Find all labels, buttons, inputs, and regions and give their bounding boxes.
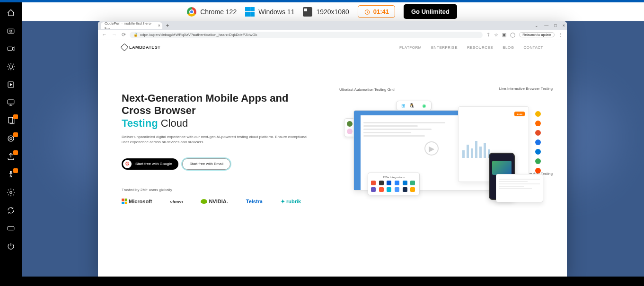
nav-enterprise[interactable]: ENTERPRISE bbox=[431, 45, 458, 50]
power-icon[interactable] bbox=[6, 242, 16, 251]
google-icon: G bbox=[123, 160, 132, 168]
video-icon[interactable] bbox=[6, 44, 16, 53]
minimize-icon[interactable]: — bbox=[544, 23, 548, 28]
logo-icon bbox=[121, 43, 129, 52]
mock-card bbox=[496, 174, 543, 202]
site-logo[interactable]: LAMBDATEST bbox=[122, 44, 160, 50]
tab-close-icon[interactable]: × bbox=[158, 23, 160, 28]
reload-icon[interactable]: ⟳ bbox=[122, 32, 126, 38]
start-google-button[interactable]: G Start free with Google bbox=[122, 158, 178, 170]
svg-rect-12 bbox=[8, 226, 14, 230]
svg-point-11 bbox=[10, 191, 12, 194]
browser-window: CodePen - mobile-first hero-s… × + ⌄ — □… bbox=[98, 21, 567, 277]
location-icon[interactable] bbox=[6, 134, 16, 143]
browser-icons-column bbox=[535, 111, 541, 173]
hero-section: Next-Generation Mobile Apps and Cross Br… bbox=[98, 54, 567, 205]
integrations-title: 120+ Integrations bbox=[371, 176, 416, 179]
brand-nvidia: NVIDIA. bbox=[201, 199, 228, 204]
hero-title-line1: Next-Generation Mobile Apps and Cross Br… bbox=[122, 92, 288, 116]
trusted-text: Trusted by 2M+ users globally bbox=[122, 188, 320, 192]
page-content: LAMBDATEST PLATFORM ENTERPRISE RESOURCES… bbox=[98, 40, 567, 277]
resolution-icon bbox=[303, 7, 312, 17]
brand-microsoft: Microsoft bbox=[122, 199, 152, 204]
browser-tabs-bar: CodePen - mobile-first hero-s… × + ⌄ — □… bbox=[98, 21, 567, 30]
menu-icon[interactable]: ⋮ bbox=[558, 32, 563, 37]
settings-icon[interactable] bbox=[6, 188, 16, 197]
microsoft-icon bbox=[122, 199, 127, 204]
url-text: cdpn.io/pen/debug/MWRqXzV?authentication… bbox=[140, 33, 257, 37]
top-toolbar: Chrome 122 Windows 11 1920x1080 01:41 Go… bbox=[0, 2, 644, 21]
mock-integrations: 120+ Integrations bbox=[368, 173, 420, 195]
profile-icon[interactable]: ◯ bbox=[510, 32, 515, 37]
dropdown-icon[interactable]: ⌄ bbox=[535, 23, 538, 28]
lock-icon: 🔒 bbox=[133, 33, 138, 37]
site-nav: LAMBDATEST PLATFORM ENTERPRISE RESOURCES… bbox=[98, 40, 567, 54]
forward-icon[interactable]: → bbox=[112, 32, 117, 38]
os-label: Windows 11 bbox=[258, 8, 294, 16]
nvidia-icon bbox=[201, 199, 207, 204]
start-email-button[interactable]: Start free with Email bbox=[182, 158, 230, 170]
extension-icon[interactable]: ▣ bbox=[502, 32, 506, 37]
bottom-bar bbox=[22, 277, 644, 286]
svg-rect-1 bbox=[8, 29, 14, 33]
nav-platform[interactable]: PLATFORM bbox=[399, 45, 422, 50]
monitor-icon[interactable] bbox=[6, 98, 16, 107]
rubrik-icon: ✦ bbox=[281, 199, 285, 205]
os-info: Windows 11 bbox=[245, 7, 294, 17]
go-unlimited-button[interactable]: Go Unlimited bbox=[404, 4, 457, 19]
timer-button[interactable]: 01:41 bbox=[358, 5, 395, 18]
logo-text: LAMBDATEST bbox=[129, 45, 160, 50]
stopwatch-icon bbox=[364, 9, 371, 15]
svg-rect-3 bbox=[8, 47, 12, 51]
nav-contact[interactable]: CONTACT bbox=[523, 45, 543, 50]
callout-automation: Ultrafast Automation Testing Grid bbox=[339, 87, 395, 92]
brand-telstra: Telstra bbox=[246, 199, 263, 204]
star-icon[interactable]: ☆ bbox=[494, 32, 498, 37]
browser-tab[interactable]: CodePen - mobile-first hero-s… × bbox=[101, 22, 162, 29]
svg-point-4 bbox=[9, 65, 13, 69]
files-icon[interactable] bbox=[6, 116, 16, 125]
tab-title: CodePen - mobile-first hero-s… bbox=[105, 21, 153, 30]
nav-links: PLATFORM ENTERPRISE RESOURCES BLOG CONTA… bbox=[399, 45, 543, 50]
brand-vimeo: vimeo bbox=[170, 199, 183, 204]
windows-icon bbox=[245, 7, 255, 17]
camera-icon[interactable] bbox=[6, 26, 16, 35]
left-sidebar bbox=[0, 2, 22, 286]
resolution-info: 1920x1080 bbox=[303, 7, 349, 17]
timer-value: 01:41 bbox=[373, 8, 389, 15]
relaunch-button[interactable]: Relaunch to update bbox=[519, 32, 555, 37]
accessibility-icon[interactable] bbox=[6, 170, 16, 179]
bug-icon[interactable] bbox=[6, 62, 16, 71]
hero-buttons: G Start free with Google Start free with… bbox=[122, 158, 320, 170]
nav-resources[interactable]: RESOURCES bbox=[467, 45, 493, 50]
close-icon[interactable]: × bbox=[563, 23, 565, 28]
new-tab-button[interactable]: + bbox=[164, 22, 171, 29]
refresh-icon[interactable] bbox=[6, 206, 16, 215]
hero-left: Next-Generation Mobile Apps and Cross Br… bbox=[122, 92, 320, 205]
home-icon[interactable] bbox=[6, 8, 16, 17]
svg-point-2 bbox=[10, 30, 12, 33]
play-square-icon[interactable] bbox=[6, 80, 16, 89]
url-field[interactable]: 🔒 cdpn.io/pen/debug/MWRqXzV?authenticati… bbox=[130, 32, 483, 38]
maximize-icon[interactable]: □ bbox=[554, 23, 556, 28]
keyboard-icon[interactable] bbox=[6, 224, 16, 233]
hero-illustration: Ultrafast Automation Testing Grid Live-I… bbox=[335, 92, 543, 205]
hero-title-accent: Testing bbox=[122, 117, 158, 129]
back-icon[interactable]: ← bbox=[102, 32, 107, 38]
nav-blog[interactable]: BLOG bbox=[503, 45, 514, 50]
brand-rubrik: ✦ rubrik bbox=[281, 199, 301, 205]
hero-description: Deliver unparalleled digital experience … bbox=[122, 134, 311, 145]
os-selector: ⊞ 🐧 ◉ bbox=[396, 101, 432, 111]
android-os-icon: ◉ bbox=[422, 103, 426, 108]
linux-os-icon: 🐧 bbox=[409, 103, 415, 108]
hero-title: Next-Generation Mobile Apps and Cross Br… bbox=[122, 92, 320, 130]
upload-icon[interactable] bbox=[6, 152, 16, 161]
windows-os-icon: ⊞ bbox=[401, 103, 405, 108]
share-icon[interactable]: ⇪ bbox=[486, 32, 490, 37]
btn-google-label: Start free with Google bbox=[135, 162, 172, 166]
resolution-label: 1920x1080 bbox=[316, 8, 349, 16]
browser-label: Chrome 122 bbox=[200, 8, 237, 16]
svg-rect-7 bbox=[9, 117, 13, 123]
hero-title-light: Cloud bbox=[161, 117, 188, 129]
svg-point-9 bbox=[10, 138, 12, 140]
